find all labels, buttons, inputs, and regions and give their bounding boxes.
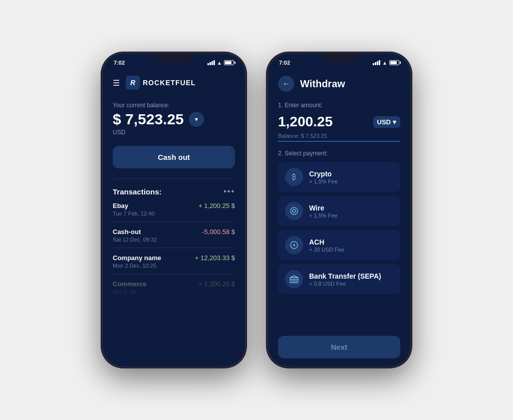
transaction-name-2: Company name	[113, 254, 161, 262]
balance-row: $ 7,523.25 ▾	[113, 111, 235, 128]
transaction-name-0: Ebay	[113, 202, 128, 209]
crypto-name: Crypto	[309, 170, 338, 178]
next-button[interactable]: Next	[278, 336, 400, 358]
time-1: 7:02	[114, 60, 125, 66]
svg-point-1	[293, 209, 296, 213]
enter-amount-label: 1. Enter amount:	[278, 102, 400, 109]
balance-label: Your current balance:	[113, 102, 235, 109]
payment-option-ach[interactable]: ACH + 20 USD Fee	[278, 230, 400, 260]
phone2-content: ← Withdraw 1. Enter amount: 1,200.25 USD…	[268, 68, 410, 366]
payment-options: ₿ Crypto + 1,5% Fee	[278, 162, 400, 329]
menu-icon[interactable]: ☰	[113, 78, 120, 88]
transaction-item-2[interactable]: Company name + 12,203.33 $ Mon 2 Dec, 10…	[113, 254, 235, 274]
phone1-content: ☰ R ROCKETFUEL Your current balance: $ 7…	[103, 68, 245, 366]
transaction-amount-2: + 12,203.33 $	[195, 254, 235, 262]
status-bar-2: 7:02 ▲	[268, 54, 410, 68]
svg-marker-9	[290, 276, 298, 278]
transaction-name-1: Cash-out	[113, 228, 141, 236]
app-header: ☰ R ROCKETFUEL	[113, 76, 235, 90]
wifi-icon-2: ▲	[382, 60, 387, 66]
amount-input[interactable]: 1,200.25	[278, 114, 333, 130]
balance-amount: $ 7,523.25	[113, 111, 184, 128]
payment-option-wire[interactable]: Wire + 1,5% Fee	[278, 196, 400, 226]
transactions-title: Transactions:	[113, 187, 162, 196]
sepa-fee: + 0,8 USD Fee	[309, 281, 381, 287]
sepa-icon	[285, 270, 303, 288]
sepa-name: Bank Transfer (SEPA)	[309, 272, 381, 280]
svg-point-3	[293, 244, 295, 246]
amount-row: 1,200.25 USD ▾	[278, 114, 400, 130]
logo-icon: R	[126, 76, 140, 90]
transactions-header: Transactions: •••	[113, 187, 235, 196]
transaction-date-0: Tue 7 Feb, 12:40	[113, 211, 235, 217]
phone-2: 7:02 ▲ ← Withdraw	[267, 52, 412, 368]
payment-option-crypto[interactable]: ₿ Crypto + 1,5% Fee	[278, 162, 400, 192]
currency-value: USD	[377, 118, 391, 126]
battery-icon	[224, 60, 234, 65]
currency-selector[interactable]: USD ▾	[373, 116, 400, 128]
ach-name: ACH	[309, 238, 344, 246]
withdraw-title: Withdraw	[300, 78, 345, 90]
sepa-info: Bank Transfer (SEPA) + 0,8 USD Fee	[309, 272, 381, 287]
ach-info: ACH + 20 USD Fee	[309, 238, 344, 253]
back-button[interactable]: ←	[278, 76, 294, 92]
transaction-item-1[interactable]: Cash-out -5,000.58 $ Sat 12 Dec, 09:32	[113, 228, 235, 248]
wire-name: Wire	[309, 204, 338, 212]
select-payment-label: 2. Select payment:	[278, 150, 400, 157]
battery-icon-2	[389, 60, 399, 65]
transaction-date-2: Mon 2 Dec, 10:25	[113, 263, 235, 269]
crypto-icon: ₿	[285, 168, 303, 186]
transaction-date-3: Nov 1, 05	[113, 289, 235, 295]
transaction-amount-0: + 1,200.25 $	[198, 202, 235, 209]
cashout-button[interactable]: Cash out	[113, 146, 235, 168]
time-2: 7:02	[279, 60, 290, 66]
transaction-amount-1: -5,000.58 $	[202, 228, 235, 236]
transaction-item-3[interactable]: Commerce + 1,200.25 $ Nov 1, 05	[113, 280, 235, 295]
payment-option-sepa[interactable]: Bank Transfer (SEPA) + 0,8 USD Fee	[278, 264, 400, 294]
ach-fee: + 20 USD Fee	[309, 247, 344, 253]
wifi-icon: ▲	[217, 60, 222, 66]
transaction-item-0[interactable]: Ebay + 1,200.25 $ Tue 7 Feb, 12:40	[113, 202, 235, 222]
phone-1: 7:02 ▲ ☰ R ROCKET	[101, 52, 246, 368]
divider-1	[113, 178, 235, 179]
transaction-date-1: Sat 12 Dec, 09:32	[113, 237, 235, 243]
status-icons-1: ▲	[207, 60, 234, 66]
balance-hint: Balance: $ 7,523.25	[278, 133, 400, 139]
crypto-fee: + 1,5% Fee	[309, 178, 338, 184]
logo-area: R ROCKETFUEL	[126, 76, 196, 90]
currency-label: USD	[113, 129, 235, 136]
ach-icon	[285, 236, 303, 254]
balance-section: Your current balance: $ 7,523.25 ▾ USD	[113, 102, 235, 136]
svg-point-0	[291, 207, 298, 215]
currency-chevron-icon: ▾	[393, 118, 396, 126]
wire-icon	[285, 202, 303, 220]
amount-underline	[278, 141, 400, 142]
transaction-name-3: Commerce	[113, 280, 146, 288]
crypto-info: Crypto + 1,5% Fee	[309, 170, 338, 184]
logo-text: ROCKETFUEL	[143, 79, 196, 87]
withdraw-header: ← Withdraw	[278, 76, 400, 92]
signal-icon	[207, 60, 215, 65]
wire-info: Wire + 1,5% Fee	[309, 204, 338, 219]
balance-dropdown-button[interactable]: ▾	[189, 112, 204, 127]
wire-fee: + 1,5% Fee	[309, 213, 338, 219]
transactions-menu-button[interactable]: •••	[223, 187, 235, 196]
signal-icon-2	[373, 60, 380, 65]
transaction-amount-3: + 1,200.25 $	[198, 280, 235, 288]
status-bar-1: 7:02 ▲	[103, 54, 245, 68]
status-icons-2: ▲	[373, 60, 399, 66]
